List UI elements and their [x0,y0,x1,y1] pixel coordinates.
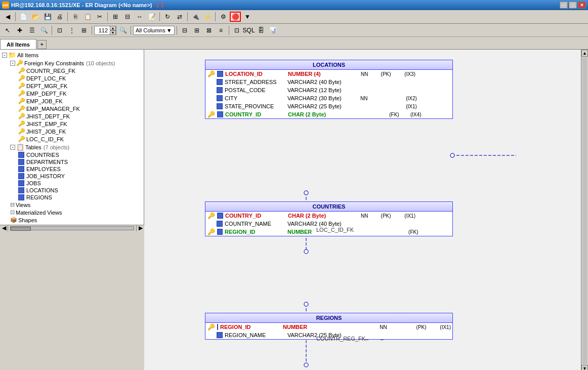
connect-btn[interactable]: 🔌 [190,12,201,22]
key-icon-gold-r1: 🔑 [207,323,215,331]
scroll-right[interactable]: ▶ [136,225,144,231]
fk-item-emp_dept_fk[interactable]: 🔑 EMP_DEPT_FK [18,90,142,97]
col-icon-table3 [217,87,223,93]
distribute-tool[interactable]: ⋮ [66,25,77,35]
hand-tool[interactable]: ☰ [26,25,37,35]
fk-item-emp_job_fk[interactable]: 🔑 EMP_JOB_FK [18,97,142,105]
align-tool[interactable]: ⊡ [54,25,65,35]
col-filter-label: All Columns [136,27,165,33]
open-btn[interactable]: 📂 [30,12,41,22]
table-item-job-history[interactable]: JOB_HISTORY [18,173,142,180]
fk-item-jhist_dept_fk[interactable]: 🔑 JHIST_DEPT_FK [18,112,142,120]
svg-point-5 [304,363,308,367]
sidebar-fk-section[interactable]: - 🔑 Foreign Key Constraints (10 objects) [10,59,142,67]
sidebar-tables-section[interactable]: - 📋 Tables (7 objects) [10,143,142,151]
tables-expand[interactable]: - [10,145,15,150]
disconnect-btn[interactable]: ⚡ [202,12,213,22]
back-btn[interactable]: ◀ [2,12,13,22]
fk-item-emp_manager_fk[interactable]: 🔑 EMP_MANAGER_FK [18,105,142,112]
db-btn[interactable]: 🗄 [256,25,267,35]
format-btn2[interactable]: ⊞ [191,25,202,35]
format-btn1[interactable]: ⊟ [179,25,190,35]
copy-btn[interactable]: ⎘ [70,12,81,22]
vertical-scrollbar[interactable]: ▲ ▼ [581,50,588,370]
scroll-track-v [582,58,587,364]
cut-btn[interactable]: ✂ [94,12,105,22]
scroll-up-btn[interactable]: ▲ [581,50,588,57]
minimize-button[interactable]: ─ [560,2,568,9]
sync-btn[interactable]: ⇄ [174,12,185,22]
pointer-tool[interactable]: ✚ [14,25,25,35]
root-expand[interactable]: - [2,53,7,58]
sidebar-scrollbar[interactable]: ◀ ▶ [0,225,144,231]
table-item-departments[interactable]: DEPARTMENTS [18,158,142,166]
table-item-locations[interactable]: LOCATIONS [18,187,142,194]
layout-tool[interactable]: ⊞ [78,25,90,35]
col-name-cid: COUNTRY_ID [225,213,286,219]
locations-row-location-id[interactable]: 🔑 LOCATION_ID NUMBER (4) NN (PK) (IX3) [205,70,452,78]
table-item-countries[interactable]: COUNTRIES [18,151,142,158]
zoom-search-btn[interactable]: 🔍 [117,25,129,35]
tab-all-items[interactable]: All Items [0,39,36,49]
col-idx-country-id: (IX4) [401,112,422,117]
paste-btn[interactable]: 📋 [82,12,93,22]
countries-row-country-id[interactable]: 🔑 COUNTRY_ID CHAR (2 Byte) NN (PK) (IX1) [205,212,452,220]
table-item-employees[interactable]: EMPLOYEES [18,166,142,173]
col-idx-state-province: (IX1) [395,104,417,109]
col-filter-dropdown[interactable]: All Columns ▼ [133,26,175,35]
settings-btn[interactable]: ⚙ [218,12,229,22]
save-btn[interactable]: 💾 [42,12,53,22]
locations-row-street-address[interactable]: STREET_ADDRESS VARCHAR2 (40 Byte) [205,78,452,86]
table-item-regions[interactable]: REGIONS [18,194,142,201]
zoom-box: 112 ▲ ▼ [94,26,116,35]
zoom-down[interactable]: ▼ [110,30,116,35]
fk-item-jhist_emp_fk[interactable]: 🔑 JHIST_EMP_FK [18,120,142,128]
table-locations[interactable]: LOCATIONS 🔑 LOCATION_ID NUMBER (4) NN (P… [205,60,453,119]
fk-item-countr_reg_fk[interactable]: 🔑 COUNTR_REG_FK [18,67,142,74]
scroll-thumb[interactable] [11,227,31,231]
sidebar-shapes-section[interactable]: 📦 Shapes [10,216,142,224]
format-btn4[interactable]: ≡ [216,25,227,35]
scroll-left[interactable]: ◀ [0,225,8,231]
tab-add-button[interactable]: + [37,40,47,49]
sidebar-root[interactable]: - 📁 All Items [2,51,142,59]
fk-item-dept_mgr_fk[interactable]: 🔑 DEPT_MGR_FK [18,82,142,90]
regions-row-region-id[interactable]: 🔑 REGION_ID NUMBER NN (PK) (IX1) [205,323,452,331]
export-btn[interactable]: ⊡ [231,25,242,35]
zoom-up[interactable]: ▲ [110,26,116,30]
locations-row-city[interactable]: CITY VARCHAR2 (30 Byte) NN (IX2) [205,94,452,102]
fk-item-dept_loc_fk[interactable]: 🔑 DEPT_LOC_FK [18,74,142,82]
format-btn3[interactable]: ⊠ [203,25,215,35]
scroll-down-btn[interactable]: ▼ [581,365,588,370]
active-btn[interactable]: 🔴 [230,12,241,22]
sql-btn[interactable]: SQL [243,25,255,35]
add-note-btn[interactable]: 📝 [146,12,157,22]
zoom-tool-in[interactable]: 🔍 [38,25,50,35]
maximize-button[interactable]: □ [569,2,577,9]
fk-items: 🔑 COUNTR_REG_FK 🔑 DEPT_LOC_FK 🔑 DEPT_MGR… [10,67,142,143]
key-icon-gold: 🔑 [207,70,215,77]
table-item-jobs[interactable]: JOBS [18,180,142,187]
print-btn[interactable]: 🖨 [54,12,65,22]
sidebar-matviews-section[interactable]: ⊡ Materialized Views [10,209,142,216]
locations-row-country-id[interactable]: 🔑 COUNTRY_ID CHAR (2 Byte) (FK) (IX4) [205,110,452,118]
locations-row-postal-code[interactable]: POSTAL_CODE VARCHAR2 (12 Byte) [205,86,452,94]
content-area[interactable]: LOC_C_ID_FK COUNTR_REG_FK LOCATIONS 🔑 LO… [144,50,588,370]
fk-item-loc_c_id_fk[interactable]: 🔑 LOC_C_ID_FK [18,135,142,143]
add-rel-btn[interactable]: ↔ [134,12,145,22]
report-btn[interactable]: 📊 [268,25,279,35]
sep2 [67,12,68,21]
add-view-btn[interactable]: ⊟ [122,12,133,22]
fk-expand[interactable]: - [10,61,15,66]
select-tool[interactable]: ↖ [2,25,13,35]
more-btn[interactable]: ▼ [242,12,253,22]
fk-item-jhist_job_fk[interactable]: 🔑 JHIST_JOB_FK [18,128,142,135]
new-btn[interactable]: 📄 [18,12,29,22]
close-button[interactable]: ✕ [578,2,586,9]
locations-row-state-province[interactable]: STATE_PROVINCE VARCHAR2 (25 Byte) (IX1) [205,102,452,110]
add-table-btn[interactable]: ⊞ [110,12,121,22]
refresh-btn[interactable]: ↻ [162,12,173,22]
sidebar-views-section[interactable]: ⊟ Views [10,201,142,209]
sep4 [159,12,160,21]
col-icon-table4 [217,95,223,101]
